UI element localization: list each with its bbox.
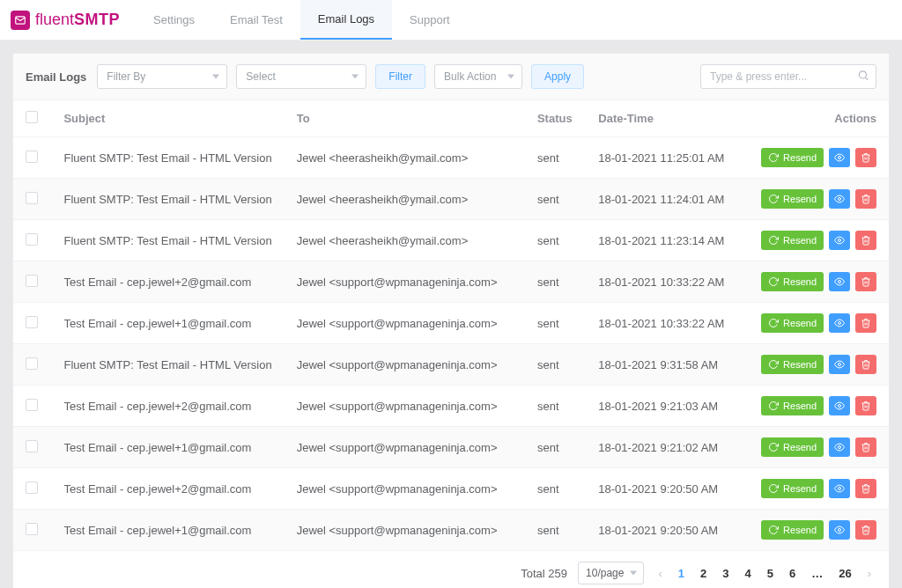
cell-datetime: 18-01-2021 9:31:58 AM [586, 344, 749, 386]
page-2[interactable]: 2 [697, 565, 710, 582]
view-button[interactable] [829, 479, 850, 498]
cell-to: Jewel <support@wpmanageninja.com> [285, 427, 525, 468]
svg-point-1 [859, 71, 866, 78]
resend-button[interactable]: Resend [761, 313, 824, 333]
svg-point-11 [839, 488, 841, 490]
resend-button[interactable]: Resend [761, 437, 824, 457]
cell-status: sent [525, 179, 586, 220]
page-4[interactable]: 4 [741, 565, 754, 582]
svg-point-4 [839, 198, 841, 201]
nav-tab-email-logs[interactable]: Email Logs [300, 0, 392, 40]
view-button[interactable] [829, 396, 850, 415]
resend-button[interactable]: Resend [761, 396, 824, 415]
search-input[interactable] [700, 64, 876, 89]
view-button[interactable] [829, 313, 850, 333]
cell-status: sent [525, 303, 586, 344]
delete-button[interactable] [855, 148, 876, 167]
page-6[interactable]: 6 [786, 565, 799, 582]
nav-tab-support[interactable]: Support [392, 0, 468, 40]
delete-button[interactable] [855, 231, 876, 250]
email-log-table: Subject To Status Date-Time Actions Flue… [13, 100, 889, 551]
resend-button[interactable]: Resend [761, 355, 824, 374]
view-button[interactable] [829, 272, 850, 291]
view-button[interactable] [829, 189, 850, 209]
search-icon [857, 70, 869, 85]
delete-button[interactable] [855, 396, 876, 415]
page-1[interactable]: 1 [675, 565, 688, 582]
filter-button[interactable]: Filter [375, 64, 425, 89]
row-checkbox[interactable] [26, 151, 38, 163]
nav-tab-settings[interactable]: Settings [136, 0, 212, 40]
cell-subject: Test Email - cep.jewel+1@gmail.com [51, 510, 284, 551]
chevron-down-icon [507, 75, 514, 79]
cell-datetime: 18-01-2021 9:20:50 AM [586, 468, 749, 510]
row-checkbox[interactable] [26, 192, 38, 204]
resend-button[interactable]: Resend [761, 189, 824, 209]
delete-button[interactable] [855, 189, 876, 209]
cell-datetime: 18-01-2021 10:33:22 AM [586, 303, 749, 344]
svg-point-3 [839, 157, 841, 159]
page-size-select[interactable]: 10/page [578, 562, 644, 584]
row-checkbox[interactable] [26, 440, 38, 452]
bulk-action-select[interactable]: Bulk Action [434, 64, 522, 89]
resend-button[interactable]: Resend [761, 479, 824, 498]
resend-button[interactable]: Resend [761, 272, 824, 291]
chevron-down-icon [630, 571, 637, 576]
delete-button[interactable] [855, 313, 876, 333]
apply-button[interactable]: Apply [531, 64, 584, 89]
cell-to: Jewel <support@wpmanageninja.com> [285, 303, 525, 344]
resend-button[interactable]: Resend [761, 231, 824, 250]
view-button[interactable] [829, 437, 850, 457]
prev-page[interactable]: ‹ [654, 565, 665, 582]
page-title: Email Logs [26, 70, 86, 84]
table-row: Test Email - cep.jewel+2@gmail.comJewel … [13, 468, 889, 510]
brand-text-b: SMTP [74, 11, 120, 29]
delete-button[interactable] [855, 437, 876, 457]
select-all-checkbox[interactable] [26, 111, 38, 123]
page-5[interactable]: 5 [764, 565, 777, 582]
svg-line-2 [866, 77, 869, 80]
row-checkbox[interactable] [26, 523, 38, 535]
view-button[interactable] [829, 520, 850, 540]
view-button[interactable] [829, 355, 850, 374]
row-checkbox[interactable] [26, 399, 38, 411]
row-checkbox[interactable] [26, 275, 38, 287]
row-checkbox[interactable] [26, 233, 38, 246]
resend-button[interactable]: Resend [761, 520, 824, 540]
cell-to: Jewel <support@wpmanageninja.com> [285, 344, 525, 386]
col-status: Status [525, 100, 586, 137]
delete-button[interactable] [855, 479, 876, 498]
view-button[interactable] [829, 148, 850, 167]
filter-value-select[interactable]: Select [236, 64, 366, 89]
filter-by-select[interactable]: Filter By [97, 64, 227, 89]
page-3[interactable]: 3 [719, 565, 732, 582]
next-page[interactable]: › [864, 565, 875, 582]
cell-datetime: 18-01-2021 11:23:14 AM [586, 220, 749, 261]
top-nav: fluentSMTP SettingsEmail TestEmail LogsS… [0, 0, 902, 40]
cell-status: sent [525, 427, 586, 468]
filter-value-placeholder: Select [246, 70, 275, 83]
cell-subject: Fluent SMTP: Test Email - HTML Version [51, 220, 284, 261]
delete-button[interactable] [855, 520, 876, 540]
view-button[interactable] [829, 231, 850, 250]
delete-button[interactable] [855, 355, 876, 374]
delete-button[interactable] [855, 272, 876, 291]
table-row: Fluent SMTP: Test Email - HTML VersionJe… [13, 137, 889, 179]
mail-icon [11, 11, 30, 30]
cell-status: sent [525, 344, 586, 386]
svg-point-6 [839, 281, 841, 283]
nav-tab-email-test[interactable]: Email Test [212, 0, 300, 40]
table-row: Test Email - cep.jewel+2@gmail.comJewel … [13, 386, 889, 427]
cell-to: Jewel <support@wpmanageninja.com> [285, 510, 525, 551]
cell-datetime: 18-01-2021 9:21:03 AM [586, 386, 749, 427]
page-26[interactable]: 26 [835, 565, 854, 582]
cell-subject: Fluent SMTP: Test Email - HTML Version [51, 137, 284, 179]
row-checkbox[interactable] [26, 481, 38, 494]
row-checkbox[interactable] [26, 357, 38, 370]
search-box [700, 64, 876, 89]
row-checkbox[interactable] [26, 316, 38, 328]
table-row: Test Email - cep.jewel+1@gmail.comJewel … [13, 303, 889, 344]
brand-logo: fluentSMTP [11, 11, 120, 30]
resend-button[interactable]: Resend [761, 148, 824, 167]
svg-point-5 [839, 239, 841, 242]
